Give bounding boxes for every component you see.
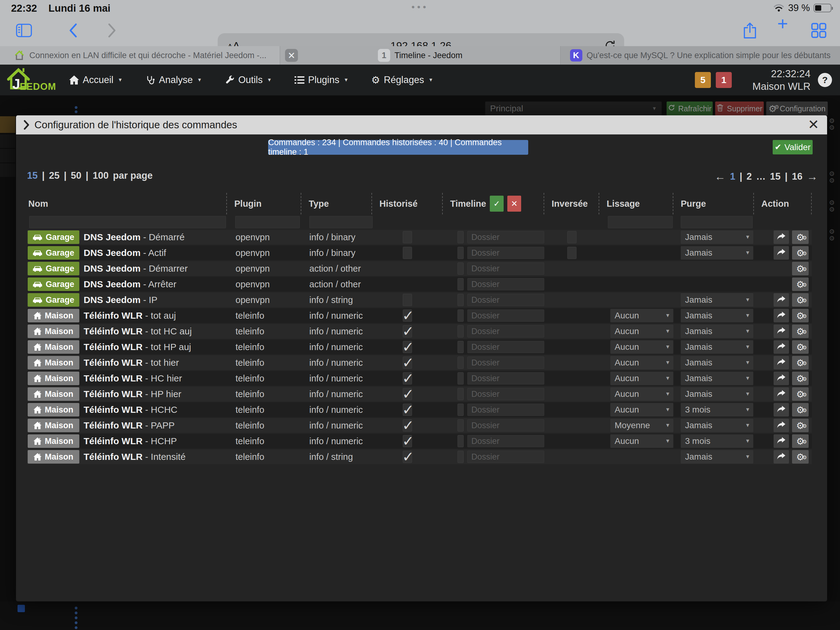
alert-badge-0[interactable]: 5 <box>695 72 711 88</box>
per-page-option-25[interactable]: 25 <box>49 170 59 181</box>
show-history-button[interactable] <box>774 403 789 416</box>
timeline-checkbox[interactable] <box>458 356 464 369</box>
timeline-checkbox[interactable] <box>458 247 464 259</box>
timeline-folder-input[interactable] <box>467 388 544 400</box>
show-history-button[interactable] <box>774 387 789 401</box>
page-15[interactable]: 15 <box>770 171 780 182</box>
historise-checkbox[interactable] <box>403 388 412 400</box>
per-page-option-50[interactable]: 50 <box>71 170 81 181</box>
show-history-button[interactable] <box>774 324 789 338</box>
next-page-icon[interactable]: → <box>807 170 818 183</box>
back-icon[interactable] <box>68 23 77 38</box>
historise-checkbox[interactable] <box>403 309 412 322</box>
timeline-folder-input[interactable] <box>467 435 544 447</box>
timeline-check-all-button[interactable]: ✓ <box>490 196 504 212</box>
historise-checkbox[interactable] <box>403 372 412 385</box>
historise-checkbox[interactable] <box>403 356 412 369</box>
tab-mysql[interactable]: K Qu'est-ce que MySQL ? Une explication … <box>560 46 840 65</box>
filter-lissage-input[interactable] <box>608 216 673 228</box>
tab-forum[interactable]: Connexion en LAN difficile et qui décroc… <box>0 46 280 65</box>
timeline-checkbox[interactable] <box>458 231 464 243</box>
timeline-checkbox[interactable] <box>458 263 464 275</box>
menu-item-1[interactable]: Analyse▼ <box>145 74 202 85</box>
timeline-checkbox[interactable] <box>458 325 464 337</box>
timeline-uncheck-all-button[interactable]: ✕ <box>507 196 521 212</box>
configure-command-button[interactable]: ⚙⚙ <box>792 293 808 307</box>
timeline-checkbox[interactable] <box>458 404 464 416</box>
tab-timeline[interactable]: ✕ 1 Timeline - Jeedom <box>280 46 560 65</box>
configure-command-button[interactable]: ⚙⚙ <box>792 403 808 416</box>
historise-checkbox[interactable] <box>403 404 412 416</box>
prev-page-icon[interactable]: ← <box>715 170 726 183</box>
lissage-select[interactable]: Aucun▼ <box>610 434 673 448</box>
timeline-folder-input[interactable] <box>467 263 544 275</box>
column-header-3[interactable]: Historisé <box>372 193 443 214</box>
configure-command-button[interactable]: ⚙⚙ <box>792 356 808 369</box>
configure-command-button[interactable]: ⚙⚙ <box>792 387 808 401</box>
purge-select[interactable]: Jamais▼ <box>681 293 753 307</box>
purge-select[interactable]: Jamais▼ <box>681 450 753 464</box>
column-header-4[interactable]: Timeline✓✕ <box>443 193 544 214</box>
forward-icon[interactable] <box>107 23 117 38</box>
filter-plugin-input[interactable] <box>235 216 300 228</box>
historise-checkbox[interactable] <box>403 231 412 243</box>
purge-select[interactable]: Jamais▼ <box>681 246 753 260</box>
menu-item-0[interactable]: Accueil▼ <box>69 74 123 85</box>
timeline-folder-input[interactable] <box>467 309 544 322</box>
configure-command-button[interactable]: ⚙⚙ <box>792 230 808 244</box>
show-history-button[interactable] <box>774 246 789 260</box>
filter-purge-input[interactable] <box>681 216 753 228</box>
column-header-7[interactable]: Purge <box>673 193 754 214</box>
help-icon[interactable]: ? <box>818 73 832 87</box>
historise-checkbox[interactable] <box>403 247 412 259</box>
purge-select[interactable]: 3 mois▼ <box>681 403 753 416</box>
configure-command-button[interactable]: ⚙⚙ <box>792 340 808 354</box>
configure-command-button[interactable]: ⚙⚙ <box>792 372 808 385</box>
timeline-folder-input[interactable] <box>467 372 544 385</box>
timeline-checkbox[interactable] <box>458 372 464 385</box>
configure-command-button[interactable]: ⚙⚙ <box>792 434 808 448</box>
show-history-button[interactable] <box>774 293 789 307</box>
column-header-1[interactable]: Plugin <box>227 193 301 214</box>
historise-checkbox[interactable] <box>403 294 412 306</box>
timeline-folder-input[interactable] <box>467 341 544 353</box>
timeline-folder-input[interactable] <box>467 294 544 306</box>
timeline-folder-input[interactable] <box>467 451 544 463</box>
show-history-button[interactable] <box>774 340 789 354</box>
show-history-button[interactable] <box>774 434 789 448</box>
timeline-checkbox[interactable] <box>458 341 464 353</box>
configure-command-button[interactable]: ⚙⚙ <box>792 246 808 260</box>
timeline-folder-input[interactable] <box>467 247 544 259</box>
close-tab-icon[interactable]: ✕ <box>285 49 298 62</box>
page-16[interactable]: 16 <box>792 171 802 182</box>
close-icon[interactable]: ✕ <box>808 117 819 132</box>
purge-select[interactable]: Jamais▼ <box>681 387 753 401</box>
timeline-folder-input[interactable] <box>467 278 544 290</box>
per-page-option-100[interactable]: 100 <box>93 170 109 181</box>
configure-command-button[interactable]: ⚙⚙ <box>792 277 808 291</box>
validate-button[interactable]: ✔ Valider <box>773 140 813 154</box>
show-history-button[interactable] <box>774 372 789 385</box>
purge-select[interactable]: Jamais▼ <box>681 419 753 432</box>
share-icon[interactable] <box>743 22 757 39</box>
purge-select[interactable]: Jamais▼ <box>681 356 753 369</box>
menu-item-3[interactable]: Plugins▼ <box>295 74 349 85</box>
lissage-select[interactable]: Aucun▼ <box>610 372 673 385</box>
configure-command-button[interactable]: ⚙⚙ <box>792 324 808 338</box>
menu-item-2[interactable]: Outils▼ <box>225 74 272 85</box>
configure-command-button[interactable]: ⚙⚙ <box>792 309 808 322</box>
lissage-select[interactable]: Aucun▼ <box>610 324 673 338</box>
show-history-button[interactable] <box>774 230 789 244</box>
configure-command-button[interactable]: ⚙⚙ <box>792 450 808 464</box>
configure-command-button[interactable]: ⚙⚙ <box>792 419 808 432</box>
tab-overview-icon[interactable] <box>811 23 826 38</box>
historise-checkbox[interactable] <box>403 419 412 432</box>
column-header-0[interactable]: Nom <box>27 193 227 214</box>
page-2[interactable]: 2 <box>747 171 752 182</box>
timeline-checkbox[interactable] <box>458 419 464 432</box>
lissage-select[interactable]: Aucun▼ <box>610 387 673 401</box>
page-1[interactable]: 1 <box>730 171 735 182</box>
timeline-checkbox[interactable] <box>458 309 464 322</box>
show-history-button[interactable] <box>774 419 789 432</box>
historise-checkbox[interactable] <box>403 325 412 337</box>
